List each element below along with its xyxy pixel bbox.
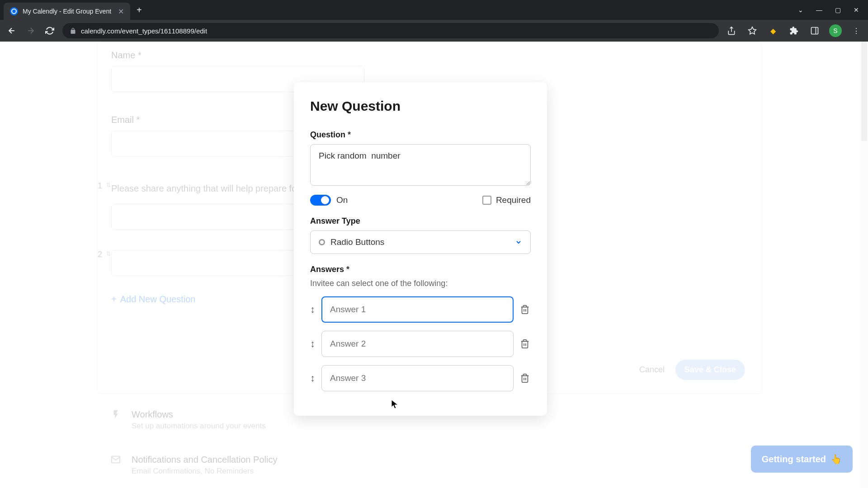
required-checkbox-group[interactable]: Required	[482, 195, 531, 205]
share-icon[interactable]	[725, 24, 738, 37]
answer-input-3[interactable]	[321, 365, 514, 391]
url-bar[interactable]: calendly.com/event_types/161108899/edit	[62, 23, 719, 38]
modal-title: New Question	[310, 99, 531, 114]
browser-nav-bar: calendly.com/event_types/161108899/edit …	[0, 20, 868, 42]
lock-icon	[70, 28, 76, 34]
tab-dropdown-icon[interactable]: ⌄	[798, 6, 803, 14]
chevron-down-icon	[515, 239, 522, 246]
extensions-icon[interactable]	[788, 24, 800, 37]
reload-button[interactable]	[43, 24, 56, 37]
required-label: Required	[496, 195, 531, 205]
answer-row-2: ↕	[310, 331, 531, 357]
window-controls: ⌄ — ▢ ✕	[798, 6, 864, 14]
profile-avatar[interactable]: S	[829, 24, 842, 37]
minimize-icon[interactable]: —	[816, 6, 822, 14]
delete-answer-icon[interactable]	[520, 305, 531, 314]
required-checkbox[interactable]	[482, 196, 491, 205]
url-text: calendly.com/event_types/161108899/edit	[81, 27, 207, 35]
forward-button[interactable]	[24, 24, 37, 37]
on-toggle[interactable]	[310, 195, 331, 206]
answer-type-label: Answer Type	[310, 216, 531, 226]
answer-input-1[interactable]	[321, 296, 514, 323]
on-toggle-label: On	[336, 195, 348, 205]
bookmark-icon[interactable]	[746, 24, 759, 37]
new-question-modal: New Question Question * On Required Answ…	[294, 82, 547, 416]
delete-answer-icon[interactable]	[520, 373, 531, 383]
answer-row-1: ↕	[310, 296, 531, 323]
menu-icon[interactable]: ⋮	[850, 24, 863, 37]
tab-title: My Calendly - Edit Group Event	[23, 8, 113, 15]
answer-input-2[interactable]	[321, 331, 514, 357]
drag-handle-icon[interactable]: ↕	[310, 338, 315, 350]
getting-started-button[interactable]: Getting started 👆	[751, 446, 853, 473]
toggle-row: On Required	[310, 195, 531, 206]
answers-helper-text: Invitee can select one of the following:	[310, 279, 531, 288]
drag-handle-icon[interactable]: ↕	[310, 372, 315, 384]
tab-close-icon[interactable]: ✕	[118, 7, 124, 16]
answer-type-value: Radio Buttons	[330, 237, 509, 247]
delete-answer-icon[interactable]	[520, 339, 531, 349]
nav-right-icons: ◆ S ⋮	[725, 24, 863, 37]
new-tab-button[interactable]: +	[137, 5, 142, 15]
question-textarea[interactable]	[310, 144, 531, 186]
extension-notify-icon[interactable]: ◆	[767, 24, 779, 37]
answers-label: Answers *	[310, 265, 531, 274]
answer-row-3: ↕	[310, 365, 531, 391]
drag-handle-icon[interactable]: ↕	[310, 304, 315, 315]
question-field-label: Question *	[310, 130, 531, 140]
pointer-icon: 👆	[830, 454, 842, 465]
back-button[interactable]	[5, 24, 18, 37]
calendly-favicon	[10, 7, 18, 15]
close-window-icon[interactable]: ✕	[854, 6, 859, 14]
browser-tab-strip: My Calendly - Edit Group Event ✕ + ⌄ — ▢…	[0, 0, 868, 20]
maximize-icon[interactable]: ▢	[835, 6, 841, 14]
side-panel-icon[interactable]	[808, 24, 821, 37]
browser-tab[interactable]: My Calendly - Edit Group Event ✕	[4, 3, 130, 20]
answer-type-select[interactable]: Radio Buttons	[310, 230, 531, 254]
svg-rect-0	[811, 28, 818, 34]
radio-icon	[319, 239, 325, 245]
page-content: Name * Email * 1 ⇅ Please share anything…	[0, 42, 868, 488]
